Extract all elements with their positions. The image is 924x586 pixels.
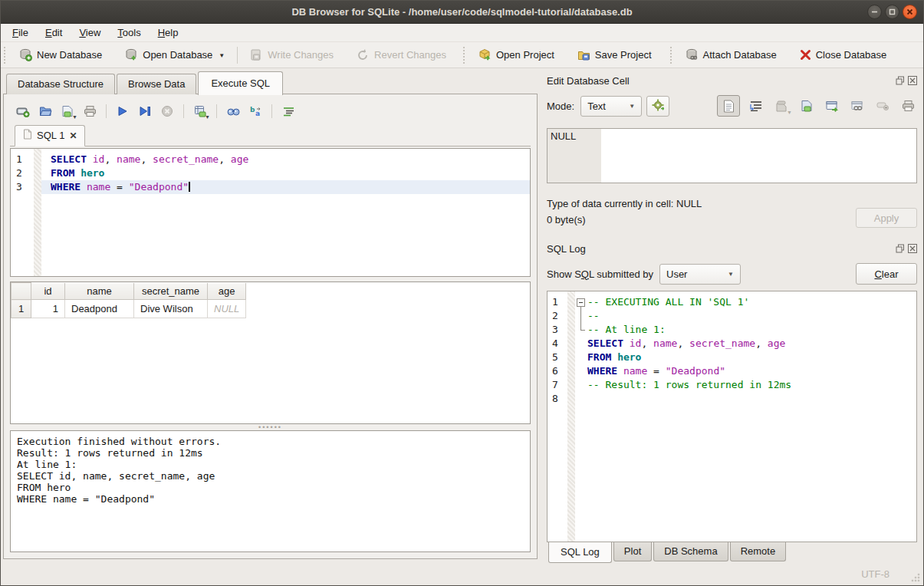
sql-log-viewer: 12 34 56 78 -- EXECUTING ALL IN 'SQL 1' … (547, 291, 917, 542)
edit-cell-toolbar: ▼ (717, 95, 917, 117)
close-sql-tab-icon[interactable]: ✕ (69, 130, 77, 141)
tab-db-schema[interactable]: DB Schema (653, 542, 728, 561)
close-database-button[interactable]: Close Database (794, 46, 893, 64)
editor-line-numbers: 1 2 3 (11, 149, 34, 276)
export-data-button[interactable] (797, 97, 816, 115)
column-header-id[interactable]: id (31, 283, 65, 300)
cell-value-editor[interactable]: NULL (547, 128, 917, 183)
column-header-secret-name[interactable]: secret_name (134, 283, 208, 300)
message-line: SELECT id, name, secret_name, age (17, 470, 524, 482)
revert-changes-button[interactable]: Revert Changes (350, 45, 452, 64)
row-header[interactable]: 1 (12, 300, 31, 318)
menu-edit[interactable]: Edit (37, 25, 71, 41)
project-open-icon (478, 48, 492, 61)
cell-name[interactable]: Deadpond (65, 300, 134, 318)
open-external-button[interactable] (823, 97, 841, 115)
encoding-indicator[interactable]: UTF-8 (861, 568, 889, 580)
menu-help[interactable]: Help (150, 25, 187, 41)
stop-button[interactable] (159, 103, 176, 120)
cell-secret-name[interactable]: Dive Wilson (134, 300, 208, 318)
apply-button[interactable]: Apply (856, 208, 917, 228)
open-project-button[interactable]: Open Project (472, 45, 561, 64)
mode-row: Mode: Text▼ ▼ (547, 95, 917, 117)
execute-current-line-button[interactable] (136, 103, 153, 120)
message-line: Result: 1 rows returned in 12ms (17, 447, 524, 459)
database-open-icon (125, 48, 138, 61)
resize-grip[interactable] (911, 573, 920, 582)
dock-float-icon[interactable] (896, 244, 905, 253)
write-changes-icon (250, 48, 263, 61)
database-new-icon (19, 48, 32, 61)
tab-remote[interactable]: Remote (730, 542, 787, 561)
replace-button[interactable]: ba (247, 103, 264, 120)
word-wrap-button[interactable] (747, 97, 765, 115)
maximize-button[interactable] (885, 5, 899, 19)
column-header-age[interactable]: age (208, 283, 246, 300)
toolbar-drag-handle[interactable] (670, 47, 675, 64)
revert-changes-icon (357, 48, 370, 61)
minimize-button[interactable] (867, 5, 882, 19)
save-project-button[interactable]: Save Project (571, 45, 658, 64)
open-sql-tab-button[interactable] (15, 103, 31, 120)
submitted-by-select[interactable]: User▼ (659, 264, 741, 285)
gear-icon (652, 99, 664, 114)
toolbar-drag-handle[interactable] (463, 47, 468, 64)
open-sql-file-button[interactable] (37, 103, 54, 120)
sql-doc-tab[interactable]: SQL 1 ✕ (15, 125, 85, 146)
attach-database-button[interactable]: Attach Database (679, 45, 783, 64)
format-sql-button[interactable] (280, 103, 297, 120)
cell-null-value: NULL (547, 129, 601, 183)
import-data-button[interactable]: ▼ (772, 97, 791, 115)
splitter-handle[interactable]: •••••• (10, 424, 531, 430)
left-pane: Database Structure Browse Data Execute S… (1, 68, 539, 562)
write-changes-button[interactable]: Write Changes (244, 45, 340, 64)
sql-editor[interactable]: 1 2 3 SELECT id, name, secret_name, age … (10, 148, 531, 277)
find-button[interactable] (225, 103, 242, 120)
print-cell-button[interactable] (899, 97, 917, 115)
tab-browse-data[interactable]: Browse Data (117, 74, 196, 94)
print-button[interactable] (81, 103, 98, 120)
export-results-dropdown-icon[interactable]: ▼ (205, 114, 210, 120)
database-attach-icon (686, 48, 699, 61)
dock-float-icon[interactable] (896, 76, 905, 85)
dock-close-icon[interactable] (908, 244, 917, 253)
menu-view[interactable]: View (71, 25, 109, 41)
dock-close-icon[interactable] (908, 76, 917, 85)
text-mode-button[interactable] (717, 95, 740, 117)
tab-database-structure[interactable]: Database Structure (6, 74, 115, 94)
fold-collapse-icon[interactable] (575, 295, 587, 309)
text-cursor (189, 182, 190, 192)
menu-file[interactable]: File (4, 25, 37, 41)
window-controls (867, 5, 917, 19)
cell-age[interactable]: NULL (208, 300, 246, 318)
clear-log-button[interactable]: Clear (856, 263, 917, 285)
set-null-button[interactable] (873, 97, 892, 115)
execute-sql-panel: ▼ ▼ (3, 94, 538, 559)
open-database-dropdown-icon[interactable]: ▼ (219, 52, 225, 61)
tab-execute-sql[interactable]: Execute SQL (198, 71, 283, 95)
results-table: id name secret_name age 1 1 Deadpond Div… (11, 282, 246, 318)
copy-link-button[interactable] (848, 97, 866, 115)
toolbar-drag-handle[interactable] (4, 47, 8, 64)
column-header-name[interactable]: name (65, 283, 134, 300)
open-database-button[interactable]: Open Database ▼ (119, 45, 231, 64)
cell-settings-button[interactable] (646, 96, 669, 117)
save-sql-dropdown-icon[interactable]: ▼ (72, 114, 77, 120)
sql-toolbar: ▼ ▼ (10, 100, 531, 122)
message-line: WHERE name = "Deadpond" (17, 493, 524, 505)
sql-log-title: SQL Log (547, 243, 586, 255)
new-database-button[interactable]: New Database (13, 45, 108, 64)
export-results-button[interactable]: ▼ (192, 103, 209, 120)
right-pane: Edit Database Cell Mode: Text▼ (539, 68, 923, 562)
title-bar: DB Browser for SQLite - /home/user/code/… (1, 1, 923, 24)
menu-tools[interactable]: Tools (109, 25, 149, 41)
sql-log-dock-header: SQL Log (547, 241, 917, 256)
cell-id[interactable]: 1 (31, 300, 65, 318)
tab-sql-log[interactable]: SQL Log (548, 542, 612, 563)
close-button[interactable] (903, 5, 917, 19)
tab-plot[interactable]: Plot (613, 542, 652, 561)
execute-all-button[interactable] (114, 103, 131, 120)
editor-code-area[interactable]: SELECT id, name, secret_name, age FROM h… (41, 149, 530, 276)
mode-select[interactable]: Text▼ (580, 96, 642, 117)
save-sql-file-button[interactable]: ▼ (59, 103, 76, 120)
